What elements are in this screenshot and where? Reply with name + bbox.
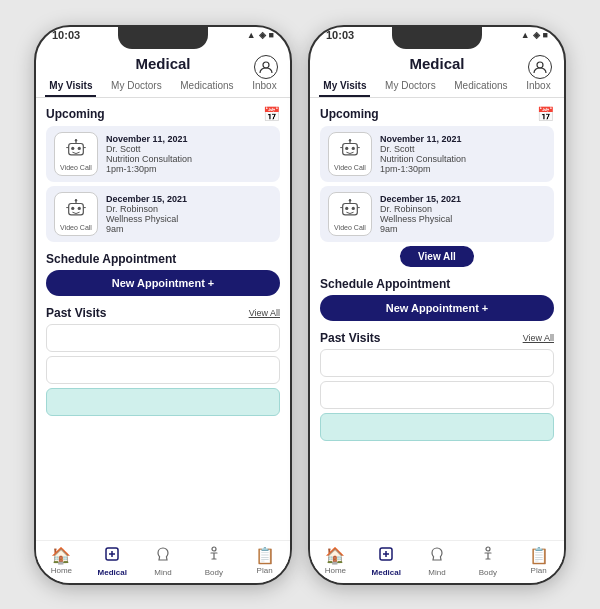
- schedule-section-1: Schedule Appointment New Appointment +: [46, 252, 280, 296]
- appt-type-1-1: Nutrition Consultation: [106, 154, 272, 164]
- upcoming-header-1: Upcoming 📅: [46, 106, 280, 122]
- phones-container: 10:03 ▲ ◈ ■ Medical My Visits My Doc: [24, 15, 576, 595]
- top-bar-1: Medical: [36, 49, 290, 72]
- tab-inbox-1[interactable]: Inbox: [248, 76, 280, 97]
- calendar-icon-2[interactable]: 📅: [537, 106, 554, 122]
- tab-my-visits-2[interactable]: My Visits: [319, 76, 370, 97]
- status-icons-1: ▲ ◈ ■: [247, 30, 274, 40]
- phone-2: 10:03 ▲ ◈ ■ Medical My Visits My Doc: [308, 25, 566, 585]
- tab-medications-1[interactable]: Medications: [176, 76, 237, 97]
- page-title-1: Medical: [135, 55, 190, 72]
- svg-point-5: [75, 139, 77, 141]
- past-card-1-3[interactable]: [46, 388, 280, 416]
- appt-time-1-2: 9am: [106, 224, 272, 234]
- plan-icon-1: 📋: [255, 546, 275, 565]
- mind-label-2: Mind: [428, 568, 445, 577]
- appt-date-1-1: November 11, 2021: [106, 134, 272, 144]
- tab-my-doctors-1[interactable]: My Doctors: [107, 76, 166, 97]
- phone-inner-2: Medical My Visits My Doctors Medications…: [310, 49, 564, 583]
- svg-point-22: [352, 146, 355, 149]
- tab-my-doctors-2[interactable]: My Doctors: [381, 76, 440, 97]
- bottom-nav-plan-1[interactable]: 📋 Plan: [239, 546, 290, 575]
- appt-time-1-1: 1pm-1:30pm: [106, 164, 272, 174]
- bottom-nav-1: 🏠 Home Medical: [36, 540, 290, 583]
- past-card-2-3[interactable]: [320, 413, 554, 441]
- tab-inbox-2[interactable]: Inbox: [522, 76, 554, 97]
- view-all-link-2[interactable]: View All: [523, 333, 554, 343]
- notch-1: [118, 27, 208, 49]
- bottom-nav-mind-1[interactable]: Mind: [138, 545, 189, 577]
- svg-point-19: [537, 62, 543, 68]
- appointment-card-2-2[interactable]: Video Call December 15, 2021 Dr. Robinso…: [320, 186, 554, 242]
- svg-point-31: [349, 199, 351, 201]
- upcoming-title-2: Upcoming: [320, 107, 379, 121]
- page-title-2: Medical: [409, 55, 464, 72]
- phone-1: 10:03 ▲ ◈ ■ Medical My Visits My Doc: [34, 25, 292, 585]
- calendar-icon-1[interactable]: 📅: [263, 106, 280, 122]
- bottom-nav-body-2[interactable]: Body: [462, 545, 513, 577]
- tab-medications-2[interactable]: Medications: [450, 76, 511, 97]
- time-1: 10:03: [52, 29, 80, 41]
- bottom-nav-mind-2[interactable]: Mind: [412, 545, 463, 577]
- new-appointment-button-2[interactable]: New Appointment +: [320, 295, 554, 321]
- new-appointment-button-1[interactable]: New Appointment +: [46, 270, 280, 296]
- schedule-title-1: Schedule Appointment: [46, 252, 280, 266]
- appt-time-2-1: 1pm-1:30pm: [380, 164, 546, 174]
- svg-point-29: [352, 206, 355, 209]
- appt-info-2-1: November 11, 2021 Dr. Scott Nutrition Co…: [380, 134, 546, 174]
- signal-icon-2: ▲: [521, 30, 530, 40]
- content-2: Upcoming 📅: [310, 98, 564, 540]
- video-call-label-2-2: Video Call: [334, 224, 366, 231]
- medical-icon-2: [377, 545, 395, 567]
- appt-date-2-2: December 15, 2021: [380, 194, 546, 204]
- past-header-2: Past Visits View All: [320, 331, 554, 345]
- svg-point-24: [349, 139, 351, 141]
- past-card-1-1[interactable]: [46, 324, 280, 352]
- wifi-icon-2: ◈: [533, 30, 540, 40]
- past-card-2-1[interactable]: [320, 349, 554, 377]
- bottom-nav-medical-1[interactable]: Medical: [87, 545, 138, 577]
- home-label-1: Home: [51, 566, 72, 575]
- view-all-button-2[interactable]: View All: [400, 246, 474, 267]
- nav-tabs-2: My Visits My Doctors Medications Inbox: [310, 72, 564, 98]
- schedule-title-2: Schedule Appointment: [320, 277, 554, 291]
- svg-point-9: [71, 206, 74, 209]
- bottom-nav-body-1[interactable]: Body: [188, 545, 239, 577]
- bottom-nav-plan-2[interactable]: 📋 Plan: [513, 546, 564, 575]
- mind-label-1: Mind: [154, 568, 171, 577]
- bottom-nav-home-2[interactable]: 🏠 Home: [310, 546, 361, 575]
- body-label-1: Body: [205, 568, 223, 577]
- top-bar-2: Medical: [310, 49, 564, 72]
- appointment-card-1-1[interactable]: Video Call November 11, 2021 Dr. Scott N…: [46, 126, 280, 182]
- mind-icon-2: [428, 545, 446, 567]
- tab-my-visits-1[interactable]: My Visits: [45, 76, 96, 97]
- avatar-icon-2[interactable]: [528, 55, 552, 79]
- phone-inner-1: Medical My Visits My Doctors Medications…: [36, 49, 290, 583]
- video-call-icon-2-2: Video Call: [328, 192, 372, 236]
- video-call-label-1-1: Video Call: [60, 164, 92, 171]
- body-icon-1: [205, 545, 223, 567]
- bottom-nav-medical-2[interactable]: Medical: [361, 545, 412, 577]
- past-card-2-2[interactable]: [320, 381, 554, 409]
- appt-info-2-2: December 15, 2021 Dr. Robinson Wellness …: [380, 194, 546, 234]
- past-card-1-2[interactable]: [46, 356, 280, 384]
- medical-label-1: Medical: [98, 568, 127, 577]
- body-icon-2: [479, 545, 497, 567]
- avatar-icon-1[interactable]: [254, 55, 278, 79]
- upcoming-section-2: Upcoming 📅: [320, 106, 554, 271]
- svg-point-0: [263, 62, 269, 68]
- video-call-icon-2-1: Video Call: [328, 132, 372, 176]
- upcoming-header-2: Upcoming 📅: [320, 106, 554, 122]
- home-icon-1: 🏠: [51, 546, 71, 565]
- video-call-icon-1-1: Video Call: [54, 132, 98, 176]
- past-visits-section-1: Past Visits View All: [46, 306, 280, 532]
- time-2: 10:03: [326, 29, 354, 41]
- bottom-nav-home-1[interactable]: 🏠 Home: [36, 546, 87, 575]
- appt-doctor-2-2: Dr. Robinson: [380, 204, 546, 214]
- content-1: Upcoming 📅: [36, 98, 290, 540]
- video-call-label-1-2: Video Call: [60, 224, 92, 231]
- appointment-card-2-1[interactable]: Video Call November 11, 2021 Dr. Scott N…: [320, 126, 554, 182]
- appointment-card-1-2[interactable]: Video Call December 15, 2021 Dr. Robinso…: [46, 186, 280, 242]
- home-label-2: Home: [325, 566, 346, 575]
- view-all-link-1[interactable]: View All: [249, 308, 280, 318]
